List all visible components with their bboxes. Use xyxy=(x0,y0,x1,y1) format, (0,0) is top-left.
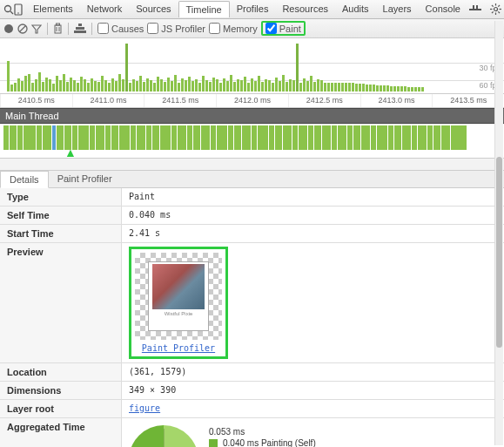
jsprofiler-checkbox[interactable]: JS Profiler xyxy=(147,23,205,34)
timeline-toolbar: Causes JS Profiler Memory Paint xyxy=(0,19,504,38)
devtools-topbar: Elements Network Sources Timeline Profil… xyxy=(0,0,504,19)
row-layerroot-k: Layer root xyxy=(0,400,122,417)
clear-icon[interactable] xyxy=(17,24,28,34)
aggtime-legend: 0.053 ms 0.040 ms Painting (Self) 0.013 … xyxy=(209,425,333,447)
causes-checkbox[interactable]: Causes xyxy=(97,23,144,34)
aggtime-self: 0.040 ms Painting (Self) xyxy=(223,438,316,447)
svg-point-0 xyxy=(5,5,11,11)
svg-rect-22 xyxy=(55,25,61,33)
memory-checkbox[interactable]: Memory xyxy=(209,23,258,34)
preview-caption: Wistful Pixie xyxy=(165,311,193,316)
row-selftime-k: Self Time xyxy=(0,207,122,224)
subtab-details[interactable]: Details xyxy=(0,171,49,188)
mainthread-header: Main Thread xyxy=(0,108,504,124)
tab-elements[interactable]: Elements xyxy=(26,1,80,17)
drawer-icon[interactable] xyxy=(467,2,483,17)
row-type-k: Type xyxy=(0,188,122,206)
row-preview-v: Wistful Pixie Paint Profiler xyxy=(122,243,504,362)
svg-line-13 xyxy=(499,11,501,13)
svg-line-1 xyxy=(10,11,13,14)
preview-image xyxy=(152,264,205,309)
aggtime-total: 0.053 ms xyxy=(209,427,333,437)
tab-resources[interactable]: Resources xyxy=(275,1,335,17)
row-dimensions-k: Dimensions xyxy=(0,382,122,399)
aggtime-pie xyxy=(129,425,198,447)
record-icon[interactable] xyxy=(3,24,14,34)
tab-sources[interactable]: Sources xyxy=(129,1,178,17)
row-aggtime-v: 0.053 ms 0.040 ms Painting (Self) 0.013 … xyxy=(122,418,504,447)
overview-ruler: 2410.5 ms2411.0 ms2411.5 ms2412.0 ms2412… xyxy=(0,93,504,107)
jsprofiler-label: JS Profiler xyxy=(161,24,205,34)
svg-rect-25 xyxy=(57,24,60,25)
row-selftime-v: 0.040 ms xyxy=(122,207,504,224)
separator xyxy=(47,23,48,35)
filter-icon[interactable] xyxy=(31,24,42,34)
svg-point-7 xyxy=(494,8,498,11)
tab-audits[interactable]: Audits xyxy=(335,1,376,17)
swatch-self xyxy=(209,439,218,448)
mainthread-track[interactable]: ▲ xyxy=(0,124,504,159)
preview-thumb-bg: Wistful Pixie xyxy=(135,253,222,340)
paint-checkbox[interactable]: Paint xyxy=(265,23,301,34)
svg-line-12 xyxy=(492,5,494,7)
paint-label: Paint xyxy=(279,24,301,34)
svg-line-15 xyxy=(492,11,494,13)
row-location-k: Location xyxy=(0,363,122,381)
paint-profiler-link[interactable]: Paint Profiler xyxy=(142,343,215,353)
preview-thumb: Wistful Pixie xyxy=(148,261,209,331)
row-layerroot-v: figure xyxy=(122,400,504,417)
svg-rect-5 xyxy=(473,5,474,9)
causes-label: Causes xyxy=(111,24,144,34)
panel-tabs: Elements Network Sources Timeline Profil… xyxy=(26,1,467,17)
flame-icon[interactable] xyxy=(74,24,86,34)
gc-icon[interactable] xyxy=(53,23,63,34)
scrollbar[interactable] xyxy=(494,21,503,445)
row-dimensions-v: 349 × 390 xyxy=(122,382,504,399)
details-panel: TypePaint Self Time0.040 ms Start Time2.… xyxy=(0,188,504,447)
svg-marker-21 xyxy=(32,25,41,33)
scrollbar-thumb[interactable] xyxy=(496,157,502,348)
overview-bars xyxy=(7,44,497,91)
selection-arrow-icon: ▲ xyxy=(64,146,77,159)
spacer xyxy=(0,159,504,171)
separator xyxy=(68,23,69,35)
tab-network[interactable]: Network xyxy=(80,1,129,17)
paint-highlight: Paint xyxy=(261,21,306,36)
tab-console[interactable]: Console xyxy=(419,1,467,17)
timeline-overview[interactable]: 30 fps 60 fps 2410.5 ms2411.0 ms2411.5 m… xyxy=(0,38,504,108)
layer-root-link[interactable]: figure xyxy=(129,403,160,413)
device-icon[interactable] xyxy=(14,2,23,17)
details-subtabs: Details Paint Profiler xyxy=(0,171,504,188)
svg-line-14 xyxy=(499,5,501,7)
svg-rect-27 xyxy=(76,27,84,30)
subtab-paint-profiler[interactable]: Paint Profiler xyxy=(49,171,121,187)
svg-point-18 xyxy=(4,24,13,33)
separator xyxy=(91,23,92,35)
row-preview-k: Preview xyxy=(0,243,122,362)
topbar-right xyxy=(467,2,504,17)
svg-rect-6 xyxy=(476,5,478,9)
tab-timeline[interactable]: Timeline xyxy=(178,1,230,17)
row-location-v: (361, 1579) xyxy=(122,363,504,381)
preview-highlight: Wistful Pixie Paint Profiler xyxy=(129,247,228,359)
tab-profiles[interactable]: Profiles xyxy=(230,1,276,17)
tab-layers[interactable]: Layers xyxy=(376,1,419,17)
svg-point-3 xyxy=(17,12,19,14)
row-starttime-k: Start Time xyxy=(0,225,122,242)
memory-label: Memory xyxy=(223,24,258,34)
svg-rect-4 xyxy=(469,9,481,10)
svg-line-20 xyxy=(20,25,26,31)
row-aggtime-k: Aggregated Time xyxy=(0,418,122,447)
row-type-v: Paint xyxy=(122,188,504,206)
row-starttime-v: 2.41 s xyxy=(122,225,504,242)
svg-rect-26 xyxy=(74,30,86,33)
search-icon[interactable] xyxy=(3,2,14,17)
svg-rect-28 xyxy=(78,24,82,26)
gear-icon[interactable] xyxy=(488,2,504,17)
